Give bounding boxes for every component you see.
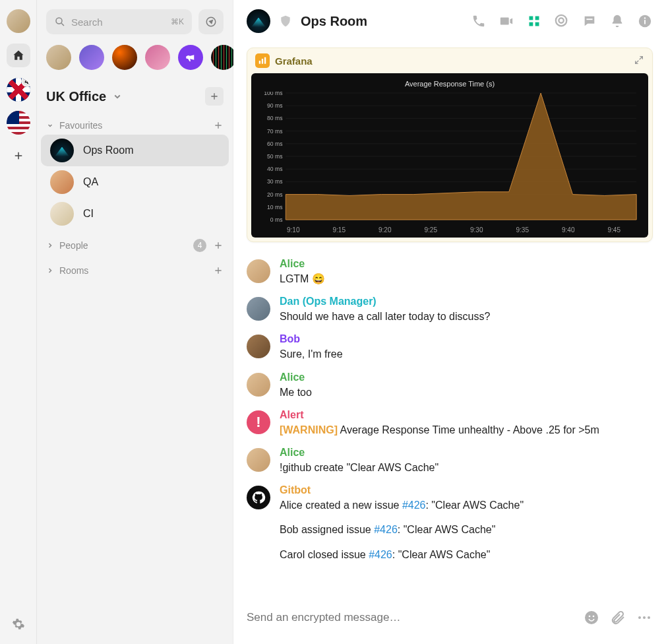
recent-avatar[interactable] (145, 45, 170, 70)
plus-icon (209, 91, 220, 102)
message[interactable]: BobSure, I'm free (247, 333, 653, 362)
apps-grid-icon (528, 15, 541, 28)
section-rooms[interactable]: Rooms (37, 256, 233, 280)
threads-button[interactable] (582, 13, 597, 29)
svg-text:30 ms: 30 ms (267, 178, 283, 185)
message-avatar[interactable]: ! (247, 410, 270, 434)
plus-icon[interactable] (213, 120, 224, 131)
chat-header: Ops Room (233, 0, 666, 42)
message-sender[interactable]: Alert (280, 409, 653, 421)
recent-avatar[interactable] (79, 45, 104, 70)
recent-avatar[interactable] (178, 45, 203, 70)
section-count: 4 (193, 239, 206, 252)
explore-button[interactable] (198, 9, 224, 34)
svg-text:90 ms: 90 ms (267, 102, 283, 109)
message[interactable]: AliceLGTM 😄 (247, 258, 653, 286)
message[interactable]: !Alert[WARNING] Average Response Time un… (247, 409, 653, 437)
attach-button[interactable] (609, 609, 626, 626)
grafana-chart[interactable]: Average Response Time (s) 100 ms90 ms80 … (251, 73, 648, 238)
section-people[interactable]: People 4 (37, 230, 233, 256)
svg-point-6 (556, 15, 567, 26)
home-space-button[interactable] (7, 44, 30, 67)
message[interactable]: Alice!github create "Clear AWS Cache" (247, 447, 653, 475)
compass-icon (205, 16, 217, 28)
video-icon (499, 14, 514, 28)
chart-title: Average Response Time (s) (260, 80, 639, 88)
room-info-button[interactable] (637, 13, 653, 29)
message-sender[interactable]: Gitbot (280, 484, 653, 496)
room-item-ops-room[interactable]: Ops Room (41, 135, 229, 166)
message-sender[interactable]: Bob (280, 333, 653, 345)
message-text: Carol closed issue #426: "Clear AWS Cach… (280, 547, 653, 562)
message-text: Bob assigned issue #426: "Clear AWS Cach… (280, 522, 653, 537)
grafana-label: Grafana (275, 55, 313, 67)
section-label: People (59, 240, 193, 251)
recent-avatar[interactable] (211, 45, 236, 70)
svg-text:60 ms: 60 ms (267, 141, 283, 147)
bell-icon (610, 14, 624, 28)
notifications-button[interactable] (609, 13, 625, 29)
message-sender[interactable]: Alice (280, 371, 653, 383)
plus-icon[interactable] (213, 240, 224, 251)
space-us-office[interactable] (7, 111, 30, 135)
room-item-ci[interactable]: CI (41, 198, 229, 230)
home-icon (12, 49, 25, 62)
room-header-avatar[interactable] (247, 9, 270, 33)
more-options-button[interactable] (636, 609, 653, 626)
message-sender[interactable]: Alice (280, 258, 653, 270)
message-avatar[interactable] (247, 486, 270, 509)
space-add-button[interactable] (205, 87, 224, 106)
message[interactable]: GitbotAlice created a new issue #426: "C… (247, 484, 653, 562)
search-icon (54, 16, 66, 28)
svg-text:70 ms: 70 ms (267, 127, 283, 134)
video-call-button[interactable] (499, 13, 514, 29)
plus-icon[interactable] (213, 265, 224, 276)
emoji-button[interactable] (583, 609, 600, 626)
message-text: LGTM 😄 (280, 271, 653, 286)
svg-point-7 (559, 18, 563, 22)
message[interactable]: AliceMe too (247, 371, 653, 400)
message-sender[interactable]: Dan (Ops Manager) (280, 296, 653, 307)
space-uk-office[interactable]: 4 (7, 78, 30, 102)
issue-link[interactable]: #426 (374, 524, 398, 535)
search-input[interactable]: Search ⌘K (46, 9, 192, 34)
svg-text:0 ms: 0 ms (270, 216, 283, 223)
recent-avatar[interactable] (112, 45, 137, 70)
room-item-qa[interactable]: QA (41, 166, 229, 198)
message-text: Alice created a new issue #426: "Clear A… (280, 498, 653, 513)
expand-widget-button[interactable] (634, 55, 644, 67)
space-title[interactable]: UK Office (46, 89, 205, 104)
room-avatar (50, 139, 74, 162)
search-placeholder: Search (71, 16, 171, 28)
settings-button[interactable] (9, 615, 28, 633)
recent-avatar[interactable] (46, 45, 71, 70)
message-timeline[interactable]: AliceLGTM 😄Dan (Ops Manager)Should we ha… (233, 251, 666, 594)
user-avatar[interactable] (7, 9, 30, 33)
svg-rect-14 (264, 57, 266, 64)
svg-point-38 (589, 616, 591, 618)
message[interactable]: Dan (Ops Manager)Should we have a call l… (247, 296, 653, 324)
room-title: Ops Room (301, 14, 463, 29)
room-search-button[interactable] (554, 13, 570, 29)
chevron-down-icon (111, 90, 123, 102)
apps-button[interactable] (526, 13, 542, 29)
svg-rect-10 (644, 20, 646, 24)
message-avatar[interactable] (247, 448, 270, 472)
message-text: Sure, I'm free (280, 346, 653, 362)
composer-input[interactable] (247, 603, 574, 632)
message-sender[interactable]: Alice (280, 447, 653, 459)
issue-link[interactable]: #426 (402, 499, 426, 511)
section-favourites[interactable]: Favourites (37, 111, 233, 135)
add-space-button[interactable] (7, 144, 30, 168)
message-text: Me too (280, 385, 653, 400)
message-avatar[interactable] (247, 297, 270, 321)
voice-call-button[interactable] (471, 13, 487, 29)
message-avatar[interactable] (247, 373, 270, 397)
svg-point-40 (638, 616, 641, 619)
issue-link[interactable]: #426 (369, 549, 392, 560)
svg-text:40 ms: 40 ms (267, 166, 283, 172)
message-avatar[interactable] (247, 259, 270, 283)
message-avatar[interactable] (247, 335, 270, 358)
svg-point-11 (644, 17, 646, 18)
room-avatar (50, 170, 74, 194)
